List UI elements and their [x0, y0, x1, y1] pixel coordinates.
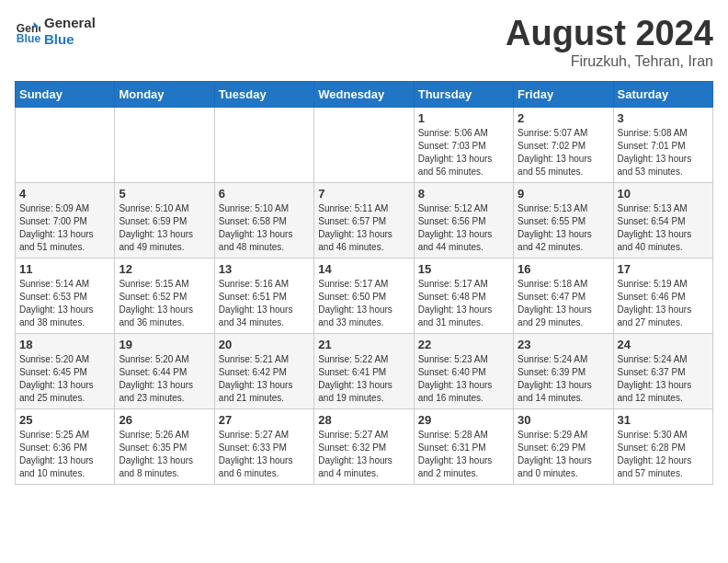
calendar-day-cell: 12Sunrise: 5:15 AMSunset: 6:52 PMDayligh…: [115, 258, 214, 333]
calendar-day-cell: 7Sunrise: 5:11 AMSunset: 6:57 PMDaylight…: [314, 182, 414, 258]
day-number: 9: [518, 187, 609, 201]
day-detail: Sunrise: 5:14 AMSunset: 6:53 PMDaylight:…: [19, 278, 110, 329]
day-number: 23: [518, 338, 609, 351]
day-detail: Sunrise: 5:16 AMSunset: 6:51 PMDaylight:…: [219, 278, 310, 329]
day-number: 7: [318, 187, 409, 201]
day-detail: Sunrise: 5:21 AMSunset: 6:42 PMDaylight:…: [219, 353, 310, 405]
day-number: 30: [518, 413, 609, 427]
logo-general: General: [44, 15, 96, 31]
day-number: 2: [518, 111, 609, 125]
weekday-header: Tuesday: [214, 81, 313, 107]
calendar-day-cell: 23Sunrise: 5:24 AMSunset: 6:39 PMDayligh…: [514, 333, 613, 408]
weekday-header: Wednesday: [314, 81, 414, 107]
day-detail: Sunrise: 5:30 AMSunset: 6:28 PMDaylight:…: [618, 429, 709, 480]
day-number: 5: [119, 187, 210, 201]
weekday-header: Thursday: [414, 81, 513, 107]
day-detail: Sunrise: 5:22 AMSunset: 6:41 PMDaylight:…: [318, 353, 409, 405]
calendar-day-cell: 27Sunrise: 5:27 AMSunset: 6:33 PMDayligh…: [214, 408, 313, 484]
day-number: 20: [219, 338, 310, 351]
calendar-day-cell: 1Sunrise: 5:06 AMSunset: 7:03 PMDaylight…: [414, 107, 513, 182]
calendar-day-cell: 10Sunrise: 5:13 AMSunset: 6:54 PMDayligh…: [613, 182, 712, 258]
day-number: 29: [418, 413, 509, 427]
day-detail: Sunrise: 5:12 AMSunset: 6:56 PMDaylight:…: [418, 202, 509, 254]
day-number: 21: [318, 338, 409, 351]
day-detail: Sunrise: 5:11 AMSunset: 6:57 PMDaylight:…: [318, 202, 409, 254]
day-detail: Sunrise: 5:20 AMSunset: 6:44 PMDaylight:…: [119, 353, 210, 405]
day-detail: Sunrise: 5:13 AMSunset: 6:54 PMDaylight:…: [618, 202, 709, 254]
day-number: 14: [318, 262, 409, 276]
calendar-day-cell: 15Sunrise: 5:17 AMSunset: 6:48 PMDayligh…: [414, 258, 513, 333]
calendar-week-row: 11Sunrise: 5:14 AMSunset: 6:53 PMDayligh…: [16, 258, 713, 333]
day-detail: Sunrise: 5:27 AMSunset: 6:32 PMDaylight:…: [318, 429, 409, 480]
calendar-week-row: 4Sunrise: 5:09 AMSunset: 7:00 PMDaylight…: [16, 182, 713, 258]
calendar-day-cell: 11Sunrise: 5:14 AMSunset: 6:53 PMDayligh…: [16, 258, 115, 333]
day-detail: Sunrise: 5:23 AMSunset: 6:40 PMDaylight:…: [418, 353, 509, 405]
day-detail: Sunrise: 5:29 AMSunset: 6:29 PMDaylight:…: [518, 429, 609, 480]
calendar-day-cell: 13Sunrise: 5:16 AMSunset: 6:51 PMDayligh…: [214, 258, 313, 333]
day-detail: Sunrise: 5:20 AMSunset: 6:45 PMDaylight:…: [19, 353, 110, 405]
day-detail: Sunrise: 5:10 AMSunset: 6:58 PMDaylight:…: [219, 202, 310, 254]
day-detail: Sunrise: 5:24 AMSunset: 6:37 PMDaylight:…: [618, 353, 709, 405]
day-detail: Sunrise: 5:19 AMSunset: 6:46 PMDaylight:…: [618, 278, 709, 329]
calendar-day-cell: 26Sunrise: 5:26 AMSunset: 6:35 PMDayligh…: [115, 408, 214, 484]
day-number: 8: [418, 187, 509, 201]
day-detail: Sunrise: 5:13 AMSunset: 6:55 PMDaylight:…: [518, 202, 609, 254]
logo-icon: General Blue: [15, 18, 40, 44]
weekday-header: Saturday: [613, 81, 712, 107]
calendar-day-cell: 8Sunrise: 5:12 AMSunset: 6:56 PMDaylight…: [414, 182, 513, 258]
calendar-day-cell: 2Sunrise: 5:07 AMSunset: 7:02 PMDaylight…: [514, 107, 613, 182]
calendar-day-cell: 14Sunrise: 5:17 AMSunset: 6:50 PMDayligh…: [314, 258, 414, 333]
day-detail: Sunrise: 5:07 AMSunset: 7:02 PMDaylight:…: [518, 127, 609, 178]
day-number: 24: [618, 338, 709, 351]
day-number: 19: [119, 338, 210, 351]
day-number: 15: [418, 262, 509, 276]
day-detail: Sunrise: 5:25 AMSunset: 6:36 PMDaylight:…: [19, 429, 110, 480]
weekday-header: Friday: [514, 81, 613, 107]
calendar-day-cell: 5Sunrise: 5:10 AMSunset: 6:59 PMDaylight…: [115, 182, 214, 258]
calendar-day-cell: [314, 107, 414, 182]
calendar-day-cell: 24Sunrise: 5:24 AMSunset: 6:37 PMDayligh…: [613, 333, 712, 408]
calendar-day-cell: 29Sunrise: 5:28 AMSunset: 6:31 PMDayligh…: [414, 408, 513, 484]
day-detail: Sunrise: 5:27 AMSunset: 6:33 PMDaylight:…: [219, 429, 310, 480]
calendar-table: SundayMondayTuesdayWednesdayThursdayFrid…: [15, 81, 713, 485]
calendar-day-cell: [16, 107, 115, 182]
day-number: 16: [518, 262, 609, 276]
logo: General Blue General Blue: [15, 15, 96, 48]
calendar-day-cell: 16Sunrise: 5:18 AMSunset: 6:47 PMDayligh…: [514, 258, 613, 333]
calendar-day-cell: 6Sunrise: 5:10 AMSunset: 6:58 PMDaylight…: [214, 182, 313, 258]
calendar-day-cell: 3Sunrise: 5:08 AMSunset: 7:01 PMDaylight…: [613, 107, 712, 182]
calendar-day-cell: 18Sunrise: 5:20 AMSunset: 6:45 PMDayligh…: [16, 333, 115, 408]
day-number: 27: [219, 413, 310, 427]
day-detail: Sunrise: 5:24 AMSunset: 6:39 PMDaylight:…: [518, 353, 609, 405]
day-detail: Sunrise: 5:08 AMSunset: 7:01 PMDaylight:…: [618, 127, 709, 178]
calendar-subtitle: Firuzkuh, Tehran, Iran: [506, 53, 713, 70]
page-header: General Blue General Blue August 2024 Fi…: [15, 15, 713, 70]
day-number: 26: [119, 413, 210, 427]
day-number: 31: [618, 413, 709, 427]
day-number: 6: [219, 187, 310, 201]
day-number: 10: [618, 187, 709, 201]
calendar-day-cell: 20Sunrise: 5:21 AMSunset: 6:42 PMDayligh…: [214, 333, 313, 408]
logo-blue: Blue: [44, 31, 96, 48]
day-detail: Sunrise: 5:10 AMSunset: 6:59 PMDaylight:…: [119, 202, 210, 254]
calendar-week-row: 1Sunrise: 5:06 AMSunset: 7:03 PMDaylight…: [16, 107, 713, 182]
calendar-day-cell: [214, 107, 313, 182]
day-number: 11: [19, 262, 110, 276]
calendar-day-cell: 31Sunrise: 5:30 AMSunset: 6:28 PMDayligh…: [613, 408, 712, 484]
day-detail: Sunrise: 5:26 AMSunset: 6:35 PMDaylight:…: [119, 429, 210, 480]
weekday-header: Sunday: [16, 81, 115, 107]
day-detail: Sunrise: 5:09 AMSunset: 7:00 PMDaylight:…: [19, 202, 110, 254]
calendar-day-cell: 22Sunrise: 5:23 AMSunset: 6:40 PMDayligh…: [414, 333, 513, 408]
day-number: 1: [418, 111, 509, 125]
day-number: 13: [219, 262, 310, 276]
calendar-title: August 2024: [506, 15, 713, 53]
day-number: 18: [19, 338, 110, 351]
calendar-day-cell: 9Sunrise: 5:13 AMSunset: 6:55 PMDaylight…: [514, 182, 613, 258]
day-detail: Sunrise: 5:15 AMSunset: 6:52 PMDaylight:…: [119, 278, 210, 329]
title-block: August 2024 Firuzkuh, Tehran, Iran: [506, 15, 713, 70]
calendar-day-cell: [115, 107, 214, 182]
calendar-day-cell: 17Sunrise: 5:19 AMSunset: 6:46 PMDayligh…: [613, 258, 712, 333]
day-number: 12: [119, 262, 210, 276]
day-detail: Sunrise: 5:17 AMSunset: 6:50 PMDaylight:…: [318, 278, 409, 329]
day-number: 28: [318, 413, 409, 427]
